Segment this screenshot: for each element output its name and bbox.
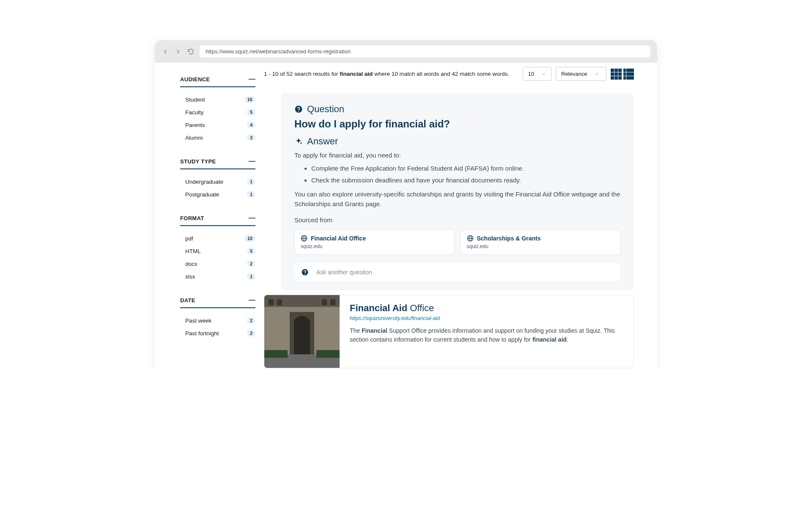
globe-icon <box>467 235 474 242</box>
answer-bullet: Complete the Free Application for Federa… <box>311 163 620 173</box>
facet-count-badge: 2 <box>247 330 255 337</box>
collapse-icon[interactable]: — <box>249 157 255 165</box>
ask-another-input[interactable]: Ask another question <box>294 263 620 281</box>
question-icon <box>294 105 303 113</box>
facet-item-label: Faculty <box>185 109 204 116</box>
answer-label: Answer <box>294 136 620 147</box>
search-result[interactable]: Financial Aid Office https://squizuniver… <box>264 295 634 368</box>
url-bar[interactable]: https://www.squiz.net/webinars/advanced-… <box>200 45 650 58</box>
source-card[interactable]: Scholarships & Grants squiz.edu <box>461 229 621 255</box>
collapse-icon[interactable]: — <box>249 214 255 222</box>
result-title: Financial Aid Office <box>350 303 623 314</box>
list-view-button[interactable] <box>623 69 634 80</box>
grid-view-button[interactable] <box>611 69 622 80</box>
main-content: 1 - 10 of 52 search results for financia… <box>260 63 657 368</box>
sourced-from-label: Sourced from <box>294 216 620 224</box>
results-summary: 1 - 10 of 52 search results for financia… <box>264 71 516 77</box>
facet-item[interactable]: docx2 <box>155 257 260 270</box>
facet-item-label: Alumni <box>185 135 203 141</box>
facet-count-badge: 2 <box>247 317 255 324</box>
facet-item[interactable]: Undergraduate1 <box>155 175 260 188</box>
facet-group: FORMAT—pdf10HTML5docx2xlsx1 <box>155 214 260 283</box>
question-icon <box>301 268 309 276</box>
svg-rect-16 <box>330 299 335 305</box>
facet-item-label: Student <box>185 97 205 103</box>
source-title: Scholarships & Grants <box>477 235 541 242</box>
result-description: The Financial Support Office provides in… <box>350 326 623 344</box>
sort-select[interactable]: Relevance <box>556 67 606 81</box>
facet-item-label: docx <box>185 261 198 267</box>
svg-rect-13 <box>269 299 274 305</box>
facet-title: FORMAT <box>180 215 204 221</box>
facet-item[interactable]: Past week2 <box>155 314 260 327</box>
result-url: https://squizuniversity.edu/financial-ai… <box>350 315 623 321</box>
facet-item[interactable]: Past fortnight2 <box>155 327 260 340</box>
facet-item[interactable]: HTML5 <box>155 245 260 257</box>
facet-title: DATE <box>180 297 195 304</box>
facet-item[interactable]: xlsx1 <box>155 270 260 283</box>
facet-item-label: HTML <box>185 248 201 254</box>
facet-item[interactable]: Faculty5 <box>155 106 260 119</box>
browser-window: https://www.squiz.net/webinars/advanced-… <box>155 40 657 368</box>
facet-count-badge: 4 <box>247 121 255 128</box>
facet-item[interactable]: Parents4 <box>155 119 260 131</box>
facet-group: AUDIENCE—Student16Faculty5Parents4Alumni… <box>155 75 260 144</box>
reload-button[interactable] <box>187 48 195 55</box>
facet-item-label: pdf <box>185 235 193 242</box>
facet-title: AUDIENCE <box>180 76 210 83</box>
facet-item-label: xlsx <box>185 273 195 280</box>
svg-rect-11 <box>264 350 288 358</box>
facet-count-badge: 5 <box>247 248 255 254</box>
svg-rect-14 <box>277 299 282 305</box>
source-card[interactable]: Financial Aid Office squiz.edu <box>294 229 455 255</box>
collapse-icon[interactable]: — <box>249 296 255 304</box>
answer-bullet: Check the submission deadlines and have … <box>311 175 620 185</box>
facet-count-badge: 2 <box>247 260 255 267</box>
source-domain: squiz.edu <box>301 243 448 249</box>
facet-item-label: Undergraduate <box>185 179 223 185</box>
facet-item[interactable]: pdf10 <box>155 232 260 245</box>
svg-rect-12 <box>316 350 340 358</box>
result-thumbnail <box>264 295 340 368</box>
facet-title: STUDY TYPE <box>180 158 216 165</box>
collapse-icon[interactable]: — <box>249 75 255 83</box>
facet-item[interactable]: Postgraduate1 <box>155 188 260 201</box>
facet-count-badge: 1 <box>247 191 255 198</box>
facet-item-label: Past week <box>185 318 211 324</box>
sparkle-icon <box>294 137 303 146</box>
svg-rect-10 <box>264 295 340 307</box>
facet-count-badge: 1 <box>247 178 255 185</box>
browser-toolbar: https://www.squiz.net/webinars/advanced-… <box>155 40 657 63</box>
question-text: How do I apply for financial aid? <box>294 118 620 130</box>
facet-count-badge: 5 <box>247 109 255 116</box>
answer-body: To apply for financial aid, you need to:… <box>294 150 620 209</box>
facet-item[interactable]: Student16 <box>155 93 260 106</box>
facet-sidebar: AUDIENCE—Student16Faculty5Parents4Alumni… <box>155 63 260 368</box>
facet-count-badge: 3 <box>247 134 255 141</box>
facet-item-label: Past fortnight <box>185 330 219 337</box>
facet-item-label: Parents <box>185 122 205 128</box>
facet-item-label: Postgraduate <box>185 191 219 198</box>
back-button[interactable] <box>162 48 169 55</box>
forward-button[interactable] <box>174 48 182 55</box>
facet-count-badge: 1 <box>247 273 255 280</box>
globe-icon <box>301 235 307 242</box>
question-label: Question <box>294 104 620 115</box>
facet-count-badge: 10 <box>244 235 255 242</box>
facet-item[interactable]: Alumni3 <box>155 131 260 144</box>
svg-rect-15 <box>322 299 327 305</box>
per-page-select[interactable]: 10 <box>523 67 551 81</box>
source-domain: squiz.edu <box>467 243 614 249</box>
source-title: Financial Aid Office <box>311 235 366 242</box>
facet-count-badge: 16 <box>244 96 255 103</box>
facet-group: DATE—Past week2Past fortnight2 <box>155 296 260 340</box>
facet-group: STUDY TYPE—Undergraduate1Postgraduate1 <box>155 157 260 201</box>
qa-card: Question How do I apply for financial ai… <box>281 93 634 290</box>
